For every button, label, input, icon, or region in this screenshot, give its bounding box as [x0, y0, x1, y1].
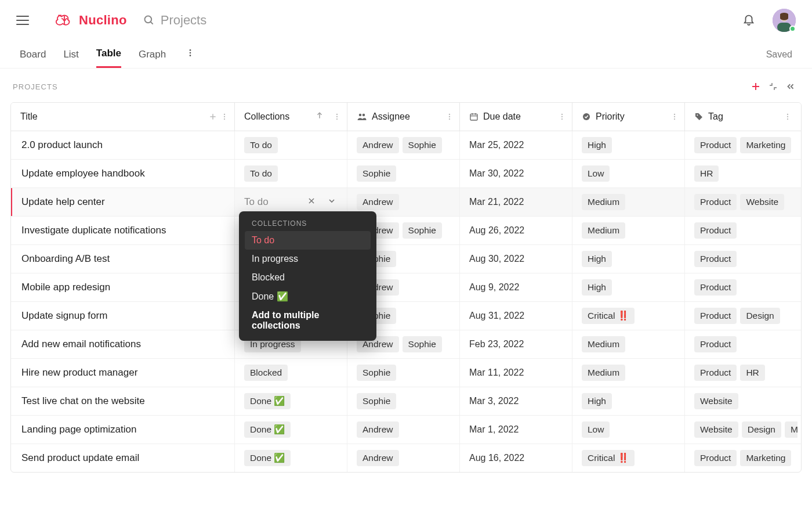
col-due[interactable]: Due date — [460, 103, 572, 131]
cell-priority[interactable]: Medium — [572, 188, 685, 216]
notifications-button[interactable] — [742, 13, 755, 28]
more-vertical-icon[interactable] — [784, 113, 792, 121]
cell-tag[interactable]: Product — [685, 330, 798, 358]
add-item-button[interactable] — [747, 78, 764, 95]
priority-chip[interactable]: Critical ‼️ — [582, 308, 635, 324]
tab-table[interactable]: Table — [96, 41, 121, 68]
col-collections[interactable]: Collections — [235, 103, 347, 131]
collection-chip[interactable]: Done ✅ — [244, 393, 291, 409]
more-vertical-icon[interactable] — [445, 113, 454, 121]
tag-chip[interactable]: Website — [740, 194, 784, 210]
cell-title[interactable]: Add new email notifications — [11, 330, 235, 358]
assignee-chip[interactable]: Sophie — [403, 336, 442, 352]
dropdown-option[interactable]: To do — [245, 231, 371, 250]
tag-chip[interactable]: Marketing — [740, 450, 791, 466]
tag-chip[interactable]: Product — [694, 308, 737, 324]
cell-tag[interactable]: HR — [685, 160, 798, 188]
table-row[interactable]: Hire new product managerBlockedSophieMar… — [11, 359, 801, 387]
cell-due[interactable]: Aug 31, 2022 — [460, 302, 572, 330]
cell-collections[interactable]: Blocked — [235, 359, 347, 387]
cell-priority[interactable]: Low — [572, 160, 685, 188]
more-vertical-icon[interactable] — [670, 113, 679, 121]
cell-due[interactable]: Aug 30, 2022 — [460, 245, 572, 273]
tag-chip[interactable]: Product — [694, 365, 737, 381]
cell-assignee[interactable]: Sophie — [347, 160, 460, 188]
priority-chip[interactable]: Low — [582, 421, 610, 438]
tag-chip[interactable]: Design — [742, 421, 781, 438]
col-priority[interactable]: Priority — [572, 103, 685, 131]
table-row[interactable]: Investigate duplicate notificationsTo do… — [11, 217, 801, 245]
table-row[interactable]: Update help centerTo doAndrewMar 21, 202… — [11, 188, 801, 217]
dropdown-option[interactable]: Done ✅ — [245, 287, 371, 306]
cell-due[interactable]: Mar 3, 2022 — [460, 387, 572, 415]
dropdown-add-multiple[interactable]: Add to multiple collections — [245, 306, 371, 335]
brand-logo[interactable]: Nuclino — [55, 13, 127, 28]
cell-title[interactable]: Hire new product manager — [11, 359, 235, 387]
cell-priority[interactable]: Critical ‼️ — [572, 444, 685, 472]
cell-priority[interactable]: Critical ‼️ — [572, 302, 685, 330]
cell-tag[interactable]: WebsiteDesignMarketing — [685, 416, 798, 444]
assignee-chip[interactable]: Sophie — [403, 137, 442, 153]
tag-chip[interactable]: Website — [694, 421, 738, 438]
priority-chip[interactable]: High — [582, 137, 612, 153]
cell-due[interactable]: Mar 11, 2022 — [460, 359, 572, 387]
menu-toggle[interactable] — [16, 14, 29, 27]
cell-title[interactable]: Update help center — [11, 188, 235, 216]
cell-tag[interactable]: ProductHR — [685, 359, 798, 387]
view-more-menu[interactable] — [183, 46, 197, 63]
more-vertical-icon[interactable] — [220, 113, 229, 121]
search[interactable]: Projects — [143, 13, 206, 28]
tag-chip[interactable]: Design — [740, 308, 780, 324]
cell-collections[interactable]: To do — [235, 160, 347, 188]
table-row[interactable]: Landing page optimizationDone ✅AndrewMar… — [11, 416, 801, 444]
more-vertical-icon[interactable] — [558, 113, 566, 121]
cell-title[interactable]: Update signup form — [11, 302, 235, 330]
user-avatar[interactable] — [773, 9, 796, 32]
priority-chip[interactable]: Medium — [582, 365, 625, 381]
cell-title[interactable]: Investigate duplicate notifications — [11, 217, 235, 244]
priority-chip[interactable]: High — [582, 279, 612, 296]
table-row[interactable]: Mobile app redesignTo doAndrewAug 9, 202… — [11, 273, 801, 302]
cell-title[interactable]: Update employee handbook — [11, 160, 235, 188]
tab-board[interactable]: Board — [20, 42, 46, 67]
table-row[interactable]: 2.0 product launchTo doAndrewSophieMar 2… — [11, 131, 801, 160]
tab-graph[interactable]: Graph — [139, 42, 166, 67]
tag-chip[interactable]: HR — [694, 165, 719, 182]
cell-title[interactable]: Onboarding A/B test — [11, 245, 235, 273]
cell-due[interactable]: Mar 30, 2022 — [460, 160, 572, 188]
cell-tag[interactable]: Product — [685, 245, 798, 273]
cell-assignee[interactable]: AndrewSophie — [347, 131, 460, 159]
cell-assignee[interactable]: Andrew — [347, 416, 460, 444]
assignee-chip[interactable]: Sophie — [357, 165, 396, 182]
cell-title[interactable]: Send product update email — [11, 444, 235, 472]
collection-chip[interactable]: To do — [244, 137, 278, 153]
cell-collections[interactable]: Done ✅ — [235, 416, 347, 444]
table-row[interactable]: Add new email notificationsIn progressAn… — [11, 330, 801, 359]
tag-chip[interactable]: Website — [694, 393, 738, 409]
cell-tag[interactable]: ProductMarketing — [685, 444, 798, 472]
cell-assignee[interactable]: Sophie — [347, 387, 460, 415]
cell-tag[interactable]: ProductWebsite — [685, 188, 798, 216]
table-row[interactable]: Test live chat on the websiteDone ✅Sophi… — [11, 387, 801, 416]
sort-asc-icon[interactable] — [316, 111, 324, 122]
tag-chip[interactable]: Product — [694, 336, 737, 352]
priority-chip[interactable]: Medium — [582, 194, 625, 210]
assignee-chip[interactable]: Sophie — [403, 222, 442, 239]
col-title[interactable]: Title — [11, 103, 235, 131]
cell-priority[interactable]: Low — [572, 416, 685, 444]
tag-chip[interactable]: Product — [694, 137, 737, 153]
cell-due[interactable]: Mar 1, 2022 — [460, 416, 572, 444]
cell-title[interactable]: 2.0 product launch — [11, 131, 235, 159]
col-assignee[interactable]: Assignee — [347, 103, 460, 131]
tag-chip[interactable]: Product — [694, 194, 737, 210]
cell-priority[interactable]: High — [572, 387, 685, 415]
tag-chip[interactable]: Product — [694, 222, 737, 239]
collapse-panel-button[interactable] — [782, 78, 799, 95]
cell-collections[interactable]: To do — [235, 131, 347, 159]
tag-chip[interactable]: Marketing — [740, 137, 791, 153]
open-dropdown[interactable] — [326, 195, 338, 210]
table-row[interactable]: Update signup formIn progressSophieAug 3… — [11, 302, 801, 330]
cell-due[interactable]: Feb 23, 2022 — [460, 330, 572, 358]
cell-priority[interactable]: Medium — [572, 359, 685, 387]
cell-tag[interactable]: Website — [685, 387, 798, 415]
